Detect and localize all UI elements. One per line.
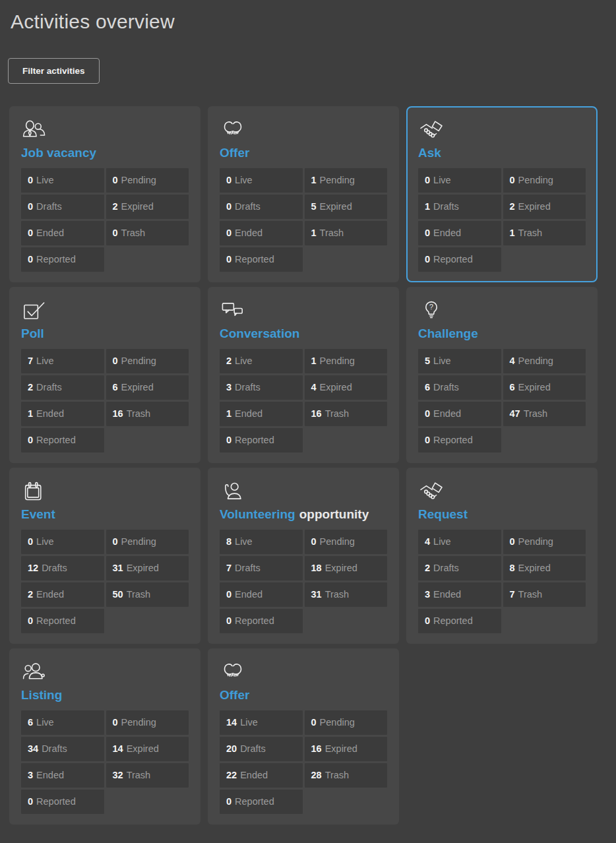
stat-cell-pending[interactable]: 4 Pending [503, 349, 586, 373]
stat-cell-expired[interactable]: 2 Expired [503, 195, 586, 219]
stat-cell-drafts[interactable]: 0 Drafts [21, 195, 104, 219]
stat-cell-live[interactable]: 0 Live [418, 168, 501, 193]
activity-card-request[interactable]: Request 4 Live 0 Pending 2 Drafts 8 Expi… [406, 468, 598, 644]
stat-cell-pending[interactable]: 1 Pending [305, 349, 388, 373]
stat-cell-live[interactable]: 14 Live [220, 710, 303, 735]
stat-cell-ended[interactable]: 0 Ended [418, 221, 501, 245]
stat-cell-reported[interactable]: 0 Reported [220, 790, 303, 814]
activity-card-event[interactable]: Event 0 Live 0 Pending 12 Drafts 31 Expi… [9, 468, 200, 644]
activity-card-poll[interactable]: Poll 7 Live 0 Pending 2 Drafts 6 Expired… [9, 287, 200, 463]
activity-card-volunteering-opportunity[interactable]: Volunteeringopportunity 8 Live 0 Pending… [208, 468, 399, 644]
stat-cell-live[interactable]: 5 Live [418, 349, 501, 373]
card-title[interactable]: Ask [418, 146, 586, 160]
stat-cell-drafts[interactable]: 12 Drafts [21, 556, 104, 580]
activity-card-offer[interactable]: Offer 0 Live 1 Pending 0 Drafts 5 Expire… [208, 106, 399, 282]
stat-cell-live[interactable]: 0 Live [220, 168, 303, 193]
stat-cell-live[interactable]: 6 Live [21, 710, 104, 735]
stat-cell-reported[interactable]: 0 Reported [220, 428, 303, 453]
stat-cell-expired[interactable]: 5 Expired [305, 195, 388, 219]
stat-cell-pending[interactable]: 0 Pending [305, 710, 388, 735]
stat-cell-pending[interactable]: 1 Pending [305, 168, 388, 193]
stat-cell-expired[interactable]: 18 Expired [305, 556, 388, 580]
card-title[interactable]: Offer [220, 146, 387, 160]
stat-cell-ended[interactable]: 2 Ended [21, 582, 104, 607]
activity-card-job-vacancy[interactable]: Job vacancy 0 Live 0 Pending 0 Drafts 2 … [9, 106, 200, 282]
stat-cell-live[interactable]: 0 Live [21, 530, 104, 554]
activity-card-challenge[interactable]: Challenge 5 Live 4 Pending 6 Drafts 6 Ex… [406, 287, 598, 463]
stat-cell-trash[interactable]: 31 Trash [305, 582, 388, 607]
stat-cell-expired[interactable]: 16 Expired [305, 737, 388, 761]
stat-cell-ended[interactable]: 3 Ended [418, 582, 501, 607]
card-title[interactable]: Conversation [220, 327, 387, 341]
stat-cell-reported[interactable]: 0 Reported [220, 247, 303, 272]
stat-cell-pending[interactable]: 0 Pending [503, 168, 586, 193]
stat-cell-expired[interactable]: 2 Expired [106, 195, 189, 219]
stat-cell-ended[interactable]: 1 Ended [21, 402, 104, 426]
stat-cell-ended[interactable]: 0 Ended [418, 402, 501, 426]
stat-cell-ended[interactable]: 3 Ended [21, 763, 104, 788]
filter-activities-button[interactable]: Filter activities [8, 58, 100, 84]
stat-cell-expired[interactable]: 31 Expired [106, 556, 189, 580]
card-title[interactable]: Job vacancy [21, 146, 189, 160]
card-title[interactable]: Poll [21, 327, 189, 341]
card-title[interactable]: Event [21, 507, 189, 522]
card-title[interactable]: Challenge [418, 327, 586, 341]
stat-cell-reported[interactable]: 0 Reported [418, 428, 501, 453]
stat-cell-drafts[interactable]: 7 Drafts [220, 556, 303, 580]
stat-cell-expired[interactable]: 6 Expired [503, 375, 586, 400]
stat-cell-drafts[interactable]: 2 Drafts [21, 375, 104, 400]
stat-cell-drafts[interactable]: 34 Drafts [21, 737, 104, 761]
stat-cell-reported[interactable]: 0 Reported [418, 609, 501, 633]
stat-cell-ended[interactable]: 22 Ended [220, 763, 303, 788]
stat-cell-trash[interactable]: 16 Trash [305, 402, 388, 426]
stat-cell-live[interactable]: 0 Live [21, 168, 104, 193]
stat-cell-trash[interactable]: 32 Trash [106, 763, 189, 788]
stat-cell-drafts[interactable]: 0 Drafts [220, 195, 303, 219]
stat-cell-ended[interactable]: 0 Ended [21, 221, 104, 245]
stat-cell-trash[interactable]: 1 Trash [503, 221, 586, 245]
stat-cell-reported[interactable]: 0 Reported [21, 428, 104, 453]
stat-cell-drafts[interactable]: 2 Drafts [418, 556, 501, 580]
stat-cell-drafts[interactable]: 1 Drafts [418, 195, 501, 219]
stat-cell-drafts[interactable]: 3 Drafts [220, 375, 303, 400]
stat-cell-live[interactable]: 7 Live [21, 349, 104, 373]
activity-card-conversation[interactable]: Conversation 2 Live 1 Pending 3 Drafts 4… [208, 287, 399, 463]
stat-cell-reported[interactable]: 0 Reported [21, 247, 104, 272]
stat-cell-reported[interactable]: 0 Reported [21, 790, 104, 814]
stat-cell-pending[interactable]: 0 Pending [106, 168, 189, 193]
stat-cell-reported[interactable]: 0 Reported [418, 247, 501, 272]
stat-cell-pending[interactable]: 0 Pending [305, 530, 388, 554]
stat-cell-ended[interactable]: 0 Ended [220, 221, 303, 245]
stat-cell-live[interactable]: 2 Live [220, 349, 303, 373]
stat-cell-expired[interactable]: 14 Expired [106, 737, 189, 761]
stat-cell-ended[interactable]: 0 Ended [220, 582, 303, 607]
stat-cell-drafts[interactable]: 20 Drafts [220, 737, 303, 761]
stat-cell-reported[interactable]: 0 Reported [220, 609, 303, 633]
stat-cell-drafts[interactable]: 6 Drafts [418, 375, 501, 400]
activity-card-listing[interactable]: Listing 6 Live 0 Pending 34 Drafts 14 Ex… [9, 648, 200, 825]
activity-card-offer[interactable]: Offer 14 Live 0 Pending 20 Drafts 16 Exp… [208, 648, 399, 825]
stat-cell-trash[interactable]: 28 Trash [305, 763, 388, 788]
stat-cell-reported[interactable]: 0 Reported [21, 609, 104, 633]
stat-cell-trash[interactable]: 47 Trash [503, 402, 586, 426]
stat-cell-expired[interactable]: 4 Expired [305, 375, 388, 400]
stat-cell-trash[interactable]: 0 Trash [106, 221, 189, 245]
stat-cell-expired[interactable]: 6 Expired [106, 375, 189, 400]
stat-cell-pending[interactable]: 0 Pending [106, 710, 189, 735]
stat-cell-trash[interactable]: 7 Trash [503, 582, 586, 607]
stat-cell-trash[interactable]: 1 Trash [305, 221, 388, 245]
card-title[interactable]: Volunteeringopportunity [220, 507, 387, 522]
card-title[interactable]: Offer [220, 688, 387, 702]
card-title[interactable]: Request [418, 507, 586, 522]
stat-cell-live[interactable]: 8 Live [220, 530, 303, 554]
activity-card-ask[interactable]: Ask 0 Live 0 Pending 1 Drafts 2 Expired … [406, 106, 598, 282]
stat-cell-pending[interactable]: 0 Pending [106, 349, 189, 373]
stat-cell-pending[interactable]: 0 Pending [106, 530, 189, 554]
stat-cell-live[interactable]: 4 Live [418, 530, 501, 554]
card-title[interactable]: Listing [21, 688, 189, 702]
stat-cell-pending[interactable]: 0 Pending [503, 530, 586, 554]
stat-cell-expired[interactable]: 8 Expired [503, 556, 586, 580]
stat-cell-ended[interactable]: 1 Ended [220, 402, 303, 426]
stat-cell-trash[interactable]: 16 Trash [106, 402, 189, 426]
stat-cell-trash[interactable]: 50 Trash [106, 582, 189, 607]
